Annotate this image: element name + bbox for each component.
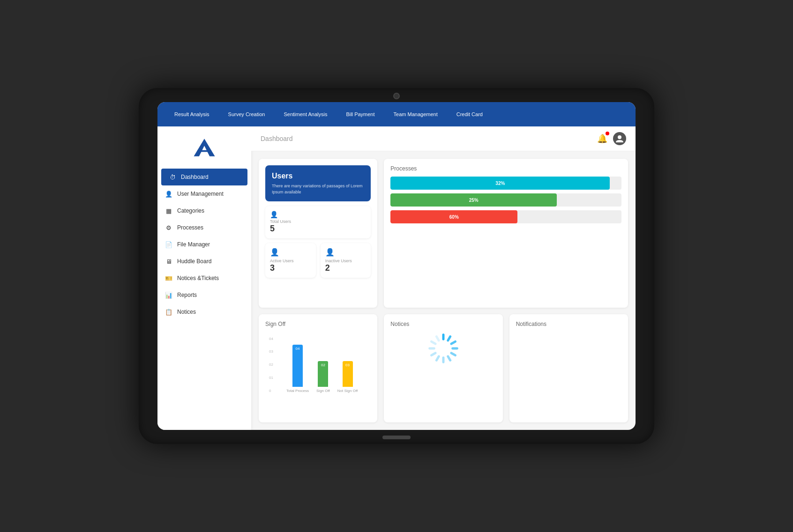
screen: Result Analysis Survey Creation Sentimen…	[157, 102, 636, 430]
header-icons: 🔔	[597, 132, 626, 145]
home-button[interactable]	[382, 436, 411, 439]
active-users-value: 3	[270, 263, 311, 273]
user-management-icon: 👤	[165, 190, 172, 198]
chart-y-labels: 04 03 02 01 0	[269, 337, 273, 393]
users-section-card: Users There are many variations of passa…	[259, 159, 377, 308]
inactive-users-card: 👤 Inactive Users 2	[321, 243, 371, 278]
nav-item-bill-payment[interactable]: Bill Payment	[337, 109, 384, 120]
dashboard-icon: ⏱	[169, 173, 176, 181]
processes-card-title: Processes	[390, 165, 621, 172]
sidebar-item-notices[interactable]: 📋 Notices	[157, 303, 251, 320]
bar-fill-green: 02	[318, 361, 328, 387]
sidebar-item-reports[interactable]: 📊 Reports	[157, 287, 251, 303]
sidebar-label-processes: Processes	[177, 224, 203, 231]
app-logo	[190, 136, 218, 159]
content-header: Dashboard 🔔	[251, 126, 636, 151]
processes-icon: ⚙	[165, 224, 172, 231]
camera	[393, 93, 400, 99]
sidebar-item-huddle-board[interactable]: 🖥 Huddle Board	[157, 253, 251, 270]
sidebar-item-user-management[interactable]: 👤 User Management	[157, 185, 251, 202]
y-label-0: 0	[269, 389, 273, 393]
bar-sign-off: 02 Sign Off	[316, 361, 330, 393]
tablet-frame: Result Analysis Survey Creation Sentimen…	[139, 88, 654, 444]
sidebar: ⏱ Dashboard 👤 User Management ▦ Categori…	[157, 126, 251, 430]
bar-not-sign-off: 03 Not Sign Off	[337, 361, 358, 393]
progress-bar-green: 25%	[390, 193, 621, 207]
bar-fill-blue: 04	[292, 345, 303, 387]
svg-line-13	[432, 341, 435, 344]
notification-badge	[606, 132, 609, 135]
user-icon	[615, 134, 624, 143]
sidebar-item-categories[interactable]: ▦ Categories	[157, 202, 251, 219]
notices-tickets-icon: 🎫	[165, 274, 172, 282]
total-users-label: Total Users	[270, 219, 366, 224]
spinner-svg	[427, 332, 460, 365]
nav-item-team-management[interactable]: Team Management	[384, 109, 447, 120]
nav-item-sentiment-analysis[interactable]: Sentiment Analysis	[274, 109, 337, 120]
active-users-label: Active Users	[270, 259, 311, 263]
bar-total-process: 04 Total Process	[286, 345, 309, 393]
inactive-users-icon: 👤	[325, 248, 367, 257]
progress-fill-green: 25%	[390, 193, 557, 207]
notices-card: Notices	[384, 314, 502, 422]
active-users-card: 👤 Active Users 3	[265, 243, 316, 278]
dashboard-grid: Users There are many variations of passa…	[251, 151, 636, 430]
svg-line-7	[451, 353, 455, 355]
processes-bars: 32% 25% 60%	[390, 177, 621, 223]
sidebar-item-processes[interactable]: ⚙ Processes	[157, 219, 251, 236]
sidebar-label-user-management: User Management	[177, 191, 224, 197]
progress-label-cyan: 32%	[495, 181, 505, 186]
total-users-icon: 👤	[270, 211, 366, 218]
users-main-title: Users	[272, 172, 364, 180]
svg-point-2	[618, 135, 621, 139]
y-label-3: 03	[269, 349, 273, 354]
bar-chart-bars: 04 Total Process 02 Sign Off	[277, 345, 367, 393]
notices-card-title: Notices	[390, 321, 496, 327]
progress-fill-red: 60%	[390, 210, 517, 223]
svg-line-4	[448, 336, 450, 340]
users-main-card: Users There are many variations of passa…	[265, 165, 371, 201]
notices-icon: 📋	[165, 308, 172, 316]
sidebar-item-file-manager[interactable]: 📄 File Manager	[157, 236, 251, 253]
users-inner: Users There are many variations of passa…	[265, 165, 371, 278]
svg-line-14	[436, 336, 439, 340]
y-label-1: 01	[269, 376, 273, 380]
nav-item-survey-creation[interactable]: Survey Creation	[219, 109, 275, 120]
svg-line-8	[448, 356, 450, 360]
nav-item-credit-card[interactable]: Credit Card	[447, 109, 492, 120]
categories-icon: ▦	[165, 207, 172, 214]
sidebar-item-notices-tickets[interactable]: 🎫 Notices &Tickets	[157, 270, 251, 287]
sidebar-label-categories: Categories	[177, 207, 204, 214]
sidebar-label-notices: Notices	[177, 309, 196, 315]
sidebar-item-dashboard[interactable]: ⏱ Dashboard	[161, 169, 247, 185]
progress-label-green: 25%	[469, 198, 479, 203]
bar-fill-yellow: 03	[343, 361, 353, 387]
y-label-2: 02	[269, 362, 273, 367]
nav-item-result-analysis[interactable]: Result Analysis	[165, 109, 219, 120]
file-manager-icon: 📄	[165, 241, 172, 248]
sidebar-label-notices-tickets: Notices &Tickets	[177, 275, 219, 281]
signoff-card: Sign Off 04 03 02 01 0	[259, 314, 377, 422]
bar-chart-area: 04 03 02 01 0 04	[265, 332, 371, 393]
active-users-icon: 👤	[270, 248, 311, 257]
total-users-card: 👤 Total Users 5	[265, 206, 371, 238]
svg-line-5	[451, 341, 455, 344]
user-avatar-button[interactable]	[613, 132, 626, 145]
bar-bottom-label-blue: Total Process	[286, 389, 309, 393]
progress-bar-cyan: 32%	[390, 177, 621, 190]
sidebar-label-reports: Reports	[177, 292, 197, 298]
bar-bottom-label-yellow: Not Sign Off	[337, 389, 358, 393]
svg-line-10	[436, 356, 439, 360]
sidebar-label-file-manager: File Manager	[177, 241, 210, 248]
bar-top-label-blue: 04	[296, 347, 300, 351]
bar-top-label-yellow: 03	[345, 363, 350, 367]
loading-spinner	[427, 332, 460, 365]
svg-line-11	[432, 353, 435, 355]
progress-bar-red: 60%	[390, 210, 621, 223]
sidebar-label-dashboard: Dashboard	[181, 174, 209, 180]
progress-label-red: 60%	[449, 214, 459, 220]
svg-marker-0	[194, 139, 215, 156]
main-layout: ⏱ Dashboard 👤 User Management ▦ Categori…	[157, 126, 636, 430]
signoff-card-title: Sign Off	[265, 321, 371, 327]
notification-bell-button[interactable]: 🔔	[597, 133, 607, 144]
